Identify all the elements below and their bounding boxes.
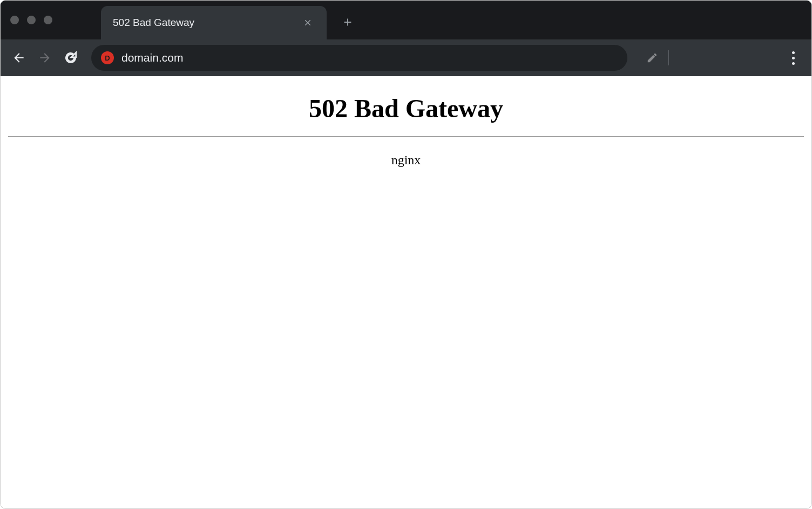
page-content: 502 Bad Gateway nginx <box>1 76 811 509</box>
minimize-window-button[interactable] <box>27 16 36 24</box>
back-button[interactable] <box>7 46 31 70</box>
browser-toolbar: domain.com <box>1 39 811 76</box>
toolbar-right <box>640 46 805 70</box>
browser-menu-button[interactable] <box>781 46 805 70</box>
server-name: nginx <box>8 153 804 168</box>
address-bar[interactable]: domain.com <box>91 45 627 71</box>
edit-icon[interactable] <box>640 46 664 70</box>
site-favicon-icon <box>101 51 114 64</box>
url-text: domain.com <box>121 51 618 64</box>
browser-tab[interactable]: 502 Bad Gateway <box>101 6 327 39</box>
close-window-button[interactable] <box>10 16 19 24</box>
close-tab-icon[interactable] <box>301 16 315 30</box>
window-controls <box>10 16 52 24</box>
error-heading: 502 Bad Gateway <box>8 93 804 123</box>
toolbar-divider <box>668 50 669 65</box>
forward-button[interactable] <box>33 46 57 70</box>
browser-chrome: 502 Bad Gateway domain.com <box>1 1 811 76</box>
new-tab-button[interactable] <box>342 12 354 28</box>
reload-button[interactable] <box>59 46 83 70</box>
tab-title: 502 Bad Gateway <box>113 17 301 29</box>
tab-bar: 502 Bad Gateway <box>1 1 811 39</box>
horizontal-rule <box>8 136 804 137</box>
maximize-window-button[interactable] <box>44 16 52 24</box>
